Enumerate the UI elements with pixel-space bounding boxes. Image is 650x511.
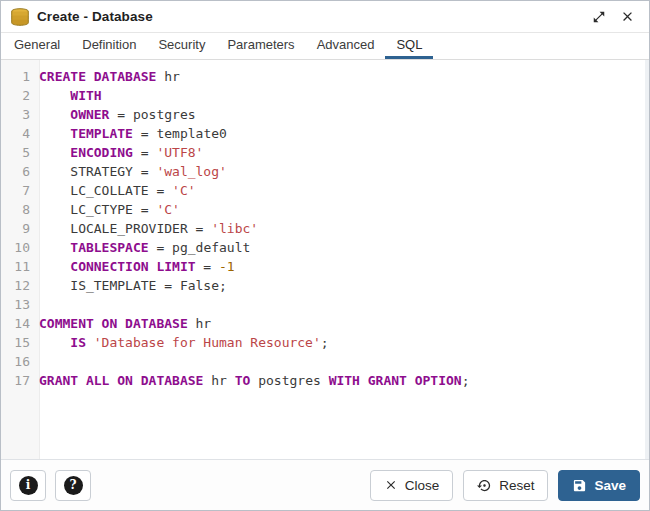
code-text: ENCODING = 'UTF8'	[39, 143, 203, 162]
code-text: CREATE DATABASE hr	[39, 67, 180, 86]
line-number: 15	[1, 333, 39, 352]
line-number: 1	[1, 67, 39, 86]
code-text: LC_CTYPE = 'C'	[39, 200, 180, 219]
code-token: LC_CTYPE =	[39, 202, 156, 217]
code-line: 9 LOCALE_PROVIDER = 'libc'	[1, 219, 649, 238]
code-line: 8 LC_CTYPE = 'C'	[1, 200, 649, 219]
code-token	[39, 259, 70, 274]
code-token: =	[196, 259, 219, 274]
tab-security[interactable]: Security	[147, 33, 216, 59]
line-number: 11	[1, 257, 39, 276]
code-token: LC_COLLATE =	[39, 183, 172, 198]
code-token	[39, 240, 70, 255]
line-number: 14	[1, 314, 39, 333]
tab-parameters[interactable]: Parameters	[216, 33, 305, 59]
tab-bar: GeneralDefinitionSecurityParametersAdvan…	[1, 33, 649, 60]
code-token: -1	[219, 259, 235, 274]
code-line: 7 LC_COLLATE = 'C'	[1, 181, 649, 200]
code-token: WITH GRANT OPTION	[329, 373, 462, 388]
line-number: 2	[1, 86, 39, 105]
reset-icon	[477, 478, 492, 493]
code-token: IS_TEMPLATE = False;	[39, 278, 227, 293]
code-text: IS_TEMPLATE = False;	[39, 276, 227, 295]
code-line: 4 TEMPLATE = template0	[1, 124, 649, 143]
line-number: 10	[1, 238, 39, 257]
code-token: 'Database for Human Resource'	[94, 335, 321, 350]
help-icon: ?	[64, 476, 83, 495]
info-button[interactable]: i	[10, 470, 46, 501]
code-text: LC_COLLATE = 'C'	[39, 181, 196, 200]
code-token: = pg_default	[149, 240, 251, 255]
tab-sql[interactable]: SQL	[385, 33, 433, 59]
code-token: GRANT ALL ON DATABASE	[39, 373, 203, 388]
footer-toolbar: i ? Close Reset Save	[1, 459, 649, 510]
save-button-label: Save	[594, 478, 626, 493]
code-token	[39, 335, 70, 350]
line-number: 17	[1, 371, 39, 390]
reset-button[interactable]: Reset	[463, 470, 548, 501]
close-x-icon	[384, 478, 398, 492]
code-token: = template0	[133, 126, 227, 141]
code-line: 10 TABLESPACE = pg_default	[1, 238, 649, 257]
code-token	[39, 107, 70, 122]
code-token	[86, 335, 94, 350]
create-database-dialog: Create - Database GeneralDefinitionSecur…	[0, 0, 650, 511]
code-text: COMMENT ON DATABASE hr	[39, 314, 211, 333]
code-text: LOCALE_PROVIDER = 'libc'	[39, 219, 258, 238]
code-token: IS	[70, 335, 86, 350]
code-token: 'C'	[172, 183, 195, 198]
code-line: 15 IS 'Database for Human Resource';	[1, 333, 649, 352]
code-token: =	[133, 145, 156, 160]
code-token: hr	[188, 316, 211, 331]
code-token	[39, 126, 70, 141]
code-token: CREATE DATABASE	[39, 69, 156, 84]
line-number: 16	[1, 352, 39, 371]
line-number: 6	[1, 162, 39, 181]
code-token: OWNER	[70, 107, 109, 122]
database-icon	[10, 8, 30, 26]
line-number: 8	[1, 200, 39, 219]
code-text: STRATEGY = 'wal_log'	[39, 162, 227, 181]
code-text: IS 'Database for Human Resource';	[39, 333, 329, 352]
code-token: ;	[462, 373, 470, 388]
code-token: 'wal_log'	[156, 164, 226, 179]
code-token: 'UTF8'	[156, 145, 203, 160]
tab-definition[interactable]: Definition	[71, 33, 147, 59]
tab-advanced[interactable]: Advanced	[306, 33, 386, 59]
dialog-title: Create - Database	[37, 9, 153, 24]
code-line: 16	[1, 352, 649, 371]
reset-button-label: Reset	[499, 478, 534, 493]
code-token: LOCALE_PROVIDER =	[39, 221, 211, 236]
code-line: 12 IS_TEMPLATE = False;	[1, 276, 649, 295]
code-token: CONNECTION LIMIT	[70, 259, 195, 274]
code-line: 2 WITH	[1, 86, 649, 105]
save-button[interactable]: Save	[558, 470, 640, 501]
tab-general[interactable]: General	[3, 33, 71, 59]
code-line: 11 CONNECTION LIMIT = -1	[1, 257, 649, 276]
code-token	[39, 145, 70, 160]
code-token: ENCODING	[70, 145, 133, 160]
code-token: ;	[321, 335, 329, 350]
line-number: 12	[1, 276, 39, 295]
sql-editor[interactable]: 1CREATE DATABASE hr2 WITH3 OWNER = postg…	[1, 60, 649, 459]
save-icon	[572, 478, 587, 493]
code-token: STRATEGY =	[39, 164, 156, 179]
close-icon[interactable]	[617, 7, 637, 27]
code-token: hr	[203, 373, 234, 388]
code-line: 5 ENCODING = 'UTF8'	[1, 143, 649, 162]
line-number: 13	[1, 295, 39, 314]
code-token: COMMENT ON DATABASE	[39, 316, 188, 331]
close-button[interactable]: Close	[370, 470, 454, 501]
expand-icon[interactable]	[589, 7, 609, 27]
info-icon: i	[19, 476, 38, 495]
line-number: 7	[1, 181, 39, 200]
code-text: TEMPLATE = template0	[39, 124, 227, 143]
code-token: = postgres	[109, 107, 195, 122]
code-line: 3 OWNER = postgres	[1, 105, 649, 124]
help-button[interactable]: ?	[55, 470, 91, 501]
code-text: OWNER = postgres	[39, 105, 196, 124]
line-number: 5	[1, 143, 39, 162]
code-token: 'C'	[156, 202, 179, 217]
code-token: 'libc'	[211, 221, 258, 236]
line-number: 3	[1, 105, 39, 124]
